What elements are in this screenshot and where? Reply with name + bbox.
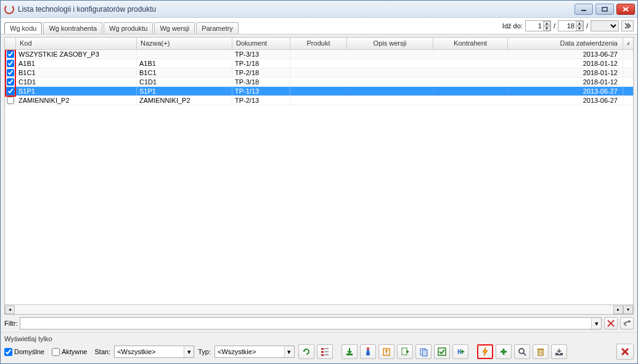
svg-rect-11 [346, 354, 353, 355]
col-opis[interactable]: Opis wersji [347, 38, 433, 49]
copy-button[interactable] [415, 344, 431, 359]
svg-line-20 [523, 353, 526, 355]
row-checkbox-cell[interactable] [5, 97, 16, 104]
search-button[interactable] [514, 344, 530, 359]
col-nazwa[interactable]: Nazwa(+) [137, 38, 232, 49]
stan-dropdown[interactable]: <Wszystkie> ▾ [114, 346, 194, 358]
cell-kontrahent [433, 72, 508, 73]
horizontal-scrollbar[interactable]: ◂ ▸ ▾ [5, 304, 633, 314]
titlebar: Lista technologii i konfiguratorów produ… [1, 1, 637, 18]
add-k-button[interactable]: K [452, 344, 468, 359]
svg-rect-16 [422, 350, 427, 356]
col-dokument[interactable]: Dokument [232, 38, 290, 49]
close-button[interactable] [616, 4, 635, 15]
table-row[interactable]: C1D1C1D1TP-3/182018-01-12 [5, 78, 633, 87]
window: Lista technologii i konfiguratorów produ… [0, 0, 638, 364]
row-checkbox[interactable] [7, 78, 14, 86]
filter-edit-button[interactable] [620, 317, 634, 330]
col-kod[interactable]: Kod [16, 38, 137, 49]
tab-parametry[interactable]: Parametry [196, 22, 239, 34]
cell-opis [347, 63, 433, 64]
row-checkbox-cell[interactable] [5, 69, 16, 76]
tray-button[interactable] [551, 344, 567, 359]
maximize-button[interactable] [595, 4, 614, 15]
goto-select[interactable] [591, 20, 619, 31]
cell-dokument: TP-3/13 [232, 50, 290, 59]
col-checkbox[interactable] [5, 38, 16, 49]
cell-nazwa: C1D1 [137, 78, 232, 86]
filter-clear-button[interactable] [604, 317, 618, 330]
export-button[interactable] [378, 344, 395, 359]
cell-data: 2013-06-27 [508, 87, 623, 95]
filter-combo[interactable]: ▾ [20, 317, 602, 330]
checkbox-aktywne[interactable]: Aktywne [52, 348, 88, 356]
checkbox-aktywne-input[interactable] [52, 348, 60, 356]
add-doc-button[interactable] [397, 344, 413, 359]
svg-rect-14 [402, 348, 407, 355]
col-kontrahent[interactable]: Kontrahent [433, 38, 508, 49]
tab-wg-kontrahenta[interactable]: Wg kontrahenta [43, 22, 102, 34]
goto-sep-1: / [554, 22, 555, 30]
goto-run-button[interactable] [621, 20, 634, 31]
spin-up-icon[interactable]: ▲ [576, 21, 583, 26]
tree-button[interactable] [317, 344, 333, 359]
cell-dokument: TP-3/18 [232, 78, 290, 86]
table-row[interactable]: S1P1S1P1TP-1/132013-06-27 [5, 87, 633, 96]
cell-kod: A1B1 [16, 59, 137, 68]
lightning-button[interactable] [477, 344, 493, 359]
row-checkbox-cell[interactable] [5, 60, 16, 67]
scroll-track[interactable] [15, 305, 613, 314]
svg-rect-7 [321, 354, 324, 356]
goto-label: Idź do: [502, 22, 523, 30]
row-checkbox[interactable] [7, 97, 14, 104]
table-row[interactable]: B1C1B1C1TP-2/182018-01-12 [5, 68, 633, 78]
chevron-down-icon[interactable]: ▾ [591, 318, 601, 329]
row-checkbox-cell[interactable] [5, 78, 16, 86]
spin-down-icon[interactable]: ▼ [543, 26, 550, 31]
cell-data: 2018-01-12 [508, 59, 623, 68]
import-button[interactable] [341, 344, 358, 359]
row-checkbox-cell[interactable] [5, 51, 16, 58]
cell-nazwa: B1C1 [137, 68, 232, 77]
minimize-button[interactable] [575, 4, 593, 15]
calc-button[interactable] [360, 344, 376, 359]
tab-wg-produktu[interactable]: Wg produktu [104, 22, 153, 34]
cell-opis [347, 72, 433, 73]
row-checkbox[interactable] [7, 51, 14, 58]
row-checkbox[interactable] [7, 87, 14, 95]
row-checkbox-cell[interactable] [5, 87, 16, 95]
close-window-button[interactable] [616, 344, 634, 360]
col-data[interactable]: Data zatwierdzenia [508, 38, 623, 49]
checkbox-domyslne-input[interactable] [4, 348, 12, 356]
cell-scroll-spacer [623, 54, 633, 55]
check-button[interactable] [434, 344, 450, 359]
add-button[interactable] [496, 344, 512, 359]
cell-data: 2013-06-27 [508, 50, 623, 59]
cell-opis [347, 100, 433, 101]
refresh-button[interactable] [298, 344, 314, 359]
cell-scroll-spacer [623, 91, 633, 92]
table-row[interactable]: A1B1A1B1TP-1/182018-01-12 [5, 59, 633, 68]
scroll-left-button[interactable]: ◂ [5, 305, 15, 314]
cell-produkt [290, 72, 347, 73]
checkbox-domyslne[interactable]: Domyślne [4, 348, 44, 356]
scroll-up-button[interactable] [623, 38, 633, 49]
typ-dropdown[interactable]: <Wszystkie> ▾ [215, 346, 295, 358]
tabs-row: Wg kodu Wg kontrahenta Wg produktu Wg we… [1, 18, 637, 34]
tab-wg-kodu[interactable]: Wg kodu [4, 22, 42, 34]
col-produkt[interactable]: Produkt [290, 38, 347, 49]
table-row[interactable]: WSZYSTKIE ZASOBY_P3TP-3/132013-06-27 [5, 50, 633, 59]
spin-up-icon[interactable]: ▲ [543, 21, 550, 26]
chevron-down-icon[interactable]: ▾ [284, 346, 294, 357]
table-row[interactable]: ZAMIENNIKI_P2ZAMIENNIKI_P2TP-2/132013-06… [5, 96, 633, 105]
spin-down-icon[interactable]: ▼ [576, 26, 583, 31]
row-checkbox[interactable] [7, 69, 14, 76]
cell-produkt [290, 91, 347, 92]
delete-button[interactable] [533, 344, 549, 359]
row-checkbox[interactable] [7, 60, 14, 67]
cell-kontrahent [433, 63, 508, 64]
scroll-right-button[interactable]: ▸ [613, 305, 623, 314]
scroll-down-button[interactable]: ▾ [623, 305, 633, 314]
chevron-down-icon[interactable]: ▾ [184, 346, 194, 357]
tab-wg-wersji[interactable]: Wg wersji [154, 22, 195, 34]
